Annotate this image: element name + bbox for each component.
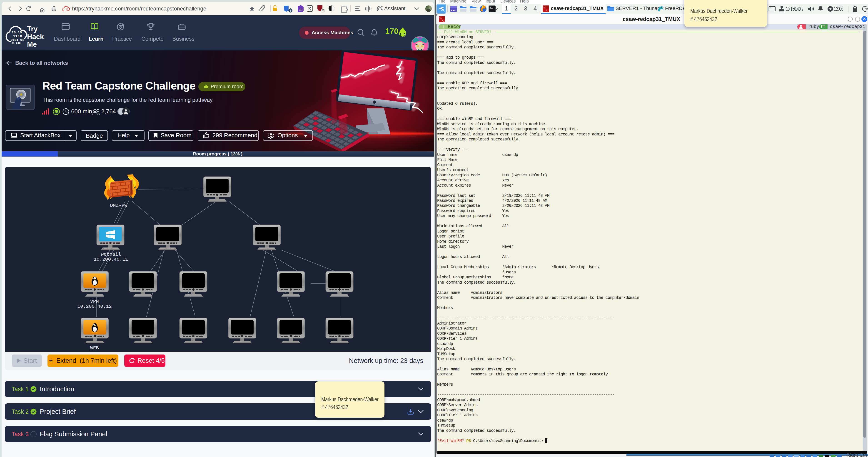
svg-text:K: K: [308, 6, 311, 11]
svg-text:1110: 1110: [13, 34, 22, 38]
svg-text:25: 25: [321, 9, 324, 12]
svg-text:THM: THM: [66, 10, 69, 11]
svg-text:10.200.40.11: 10.200.40.11: [94, 257, 128, 262]
svg-text:WEB: WEB: [90, 345, 99, 351]
svg-text:1: 1: [289, 9, 291, 12]
svg-text:#_: #_: [546, 9, 549, 11]
svg-text:0101 01: 0101 01: [11, 38, 24, 42]
svg-text:$_: $_: [543, 6, 546, 9]
svg-text:$_: $_: [490, 6, 493, 9]
svg-text:DMZ-FW: DMZ-FW: [110, 203, 127, 208]
svg-text:10.200.40.12: 10.200.40.12: [77, 304, 112, 309]
svg-text:VPN: VPN: [90, 299, 99, 304]
svg-text:01 010: 01 010: [11, 42, 21, 44]
svg-text:WebMail: WebMail: [101, 252, 121, 257]
svg-text:30: 30: [299, 8, 303, 11]
